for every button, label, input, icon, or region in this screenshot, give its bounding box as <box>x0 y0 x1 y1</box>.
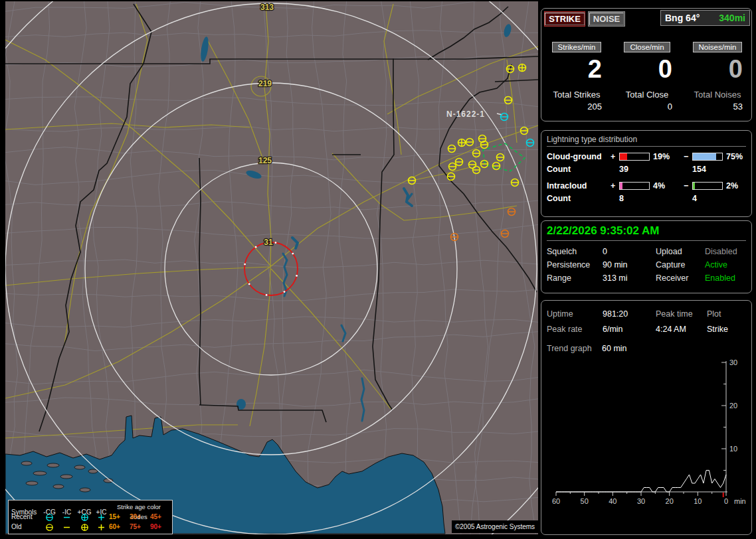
peak-rate-label: Peak rate <box>547 325 603 334</box>
status-row-range: Range 313 mi Receiver Enabled <box>547 271 746 285</box>
session-row-2: Peak rate 6/min 4:24 AM Strike <box>547 321 746 337</box>
uptime-value: 981:20 <box>603 309 656 319</box>
system-datetime: 2/22/2026 9:35:02 AM <box>547 224 746 238</box>
noise-mode-button[interactable]: NOISE <box>588 11 625 27</box>
svg-text:10: 10 <box>694 497 702 505</box>
cg-minus-count: 154 <box>692 165 723 174</box>
status-row-squelch: Squelch 0 Upload Disabled <box>547 245 746 258</box>
cloud-ground-label: Cloud-ground <box>547 152 611 161</box>
minus-sign: − <box>684 181 692 191</box>
plot-label: Plot <box>707 309 746 319</box>
strikes-per-min-badge: Strikes/min <box>552 42 602 52</box>
ic-minus-pct: 2% <box>723 181 746 191</box>
cg-minus-pct: 75% <box>723 152 746 161</box>
range-label: Range <box>547 273 603 283</box>
svg-text:50: 50 <box>581 497 589 505</box>
trend-graph: 0102030405060min102030 <box>541 358 751 532</box>
ring-label-31: 31 <box>264 238 273 247</box>
trend-panel: Uptime 981:20 Peak time Plot Peak rate 6… <box>541 300 752 535</box>
ic-minus-bar <box>692 182 723 190</box>
strike-button-label: STRIKE <box>545 13 585 25</box>
cg-plus-count: 39 <box>619 165 650 174</box>
upload-label: Upload <box>656 247 705 256</box>
persistence-label: Persistence <box>547 260 603 270</box>
ring-label-125: 125 <box>258 156 272 165</box>
svg-text:30: 30 <box>637 497 645 505</box>
circle-plus-icon <box>75 512 94 522</box>
plus-sign: + <box>611 181 619 191</box>
symbol-legend: Symbols -CG -IC +CG +IC Strike age color… <box>8 500 173 534</box>
total-strikes-value: 205 <box>541 102 612 112</box>
cg-minus-bar <box>692 153 723 161</box>
rate-badges-row: Strikes/min Close/min Noises/min <box>541 42 751 52</box>
storm-cell-label: N-1622-1 <box>446 110 485 119</box>
cg-plus-strike-icon <box>458 139 466 147</box>
total-close-label: Total Close <box>612 90 682 100</box>
svg-text:60: 60 <box>552 497 560 505</box>
svg-text:0: 0 <box>724 497 728 505</box>
intracloud-row: Intracloud + 4% − 2% <box>547 181 746 191</box>
cloud-ground-count-row: Count 39 154 <box>547 165 746 174</box>
plus-icon <box>94 512 109 522</box>
trend-window-row: Trend graph 60 min <box>547 341 746 356</box>
session-row-1: Uptime 981:20 Peak time Plot <box>547 306 746 321</box>
receiver-status: Enabled <box>705 273 746 283</box>
ic-plus-pct: 4% <box>650 181 684 191</box>
count-label: Count <box>547 165 611 174</box>
peak-rate-value: 6/min <box>603 325 656 334</box>
status-row-persistence: Persistence 90 min Capture Active <box>547 258 746 271</box>
map-canvas: N-1622-1 31321912531 <box>5 1 538 534</box>
counter-panel: STRIKE NOISE Bng 64° 340mi Strikes/min C… <box>541 8 752 121</box>
rate-values-row: 2 0 0 <box>541 55 751 83</box>
minus-icon <box>58 522 75 532</box>
svg-text:10: 10 <box>729 445 737 453</box>
count-label: Count <box>547 194 611 203</box>
svg-text:40: 40 <box>609 497 616 505</box>
strike-mode-button[interactable]: STRIKE <box>544 11 585 27</box>
total-labels-row: Total Strikes Total Close Total Noises <box>541 90 751 100</box>
age-code-45: 45+ <box>150 512 169 522</box>
persistence-value: 90 min <box>603 260 656 270</box>
legend-recent-row: Recent 15+ 30+ 45+ <box>11 512 169 522</box>
distribution-title: Lightning type distribution <box>547 135 746 147</box>
capture-status: Active <box>705 260 746 270</box>
circle-minus-icon <box>41 522 58 532</box>
distribution-panel: Lightning type distribution Cloud-ground… <box>541 130 752 217</box>
noises-per-min-value: 0 <box>682 55 753 83</box>
age-code-75: 75+ <box>130 522 150 532</box>
squelch-label: Squelch <box>547 247 603 256</box>
svg-text:20: 20 <box>729 402 737 410</box>
ring-label-219: 219 <box>258 79 272 88</box>
circle-plus-icon <box>75 522 94 532</box>
ring-label-313: 313 <box>260 3 274 12</box>
legend-header-row: Symbols -CG -IC +CG +IC Strike age color… <box>11 502 169 512</box>
divider <box>547 240 746 241</box>
close-per-min-value: 0 <box>612 55 682 83</box>
squelch-value: 0 <box>603 247 656 256</box>
trend-window-value: 60 min <box>602 344 746 353</box>
cg-plus-bar <box>619 153 650 161</box>
status-panel: 2/22/2026 9:35:02 AM Squelch 0 Upload Di… <box>541 220 752 293</box>
ic-plus-count: 8 <box>619 194 650 203</box>
noise-button-label: NOISE <box>589 13 624 25</box>
minus-icon <box>58 512 75 522</box>
cg-plus-pct: 19% <box>650 152 684 161</box>
total-values-row: 205 0 53 <box>541 102 751 112</box>
circle-minus-icon <box>41 512 58 522</box>
cloud-ground-row: Cloud-ground + 19% − 75% <box>547 152 746 161</box>
minus-sign: − <box>684 152 692 161</box>
ic-minus-count: 4 <box>692 194 723 203</box>
close-per-min-badge: Close/min <box>624 42 670 52</box>
total-noises-label: Total Noises <box>682 90 753 100</box>
total-noises-value: 53 <box>682 102 753 112</box>
copyright-notice: ©2005 Astrogenic Systems <box>452 520 538 533</box>
age-code-15: 15+ <box>109 512 130 522</box>
bearing-value: Bng 64° <box>665 13 700 23</box>
total-strikes-label: Total Strikes <box>541 90 612 100</box>
age-code-30: 30+ <box>130 512 150 522</box>
plus-sign: + <box>611 152 619 161</box>
cg-plus-strike-icon <box>518 64 526 72</box>
noises-per-min-badge: Noises/min <box>693 42 743 52</box>
lightning-map[interactable]: N-1622-1 31321912531 Symbols -CG -IC +CG… <box>5 1 538 534</box>
ic-plus-bar <box>619 182 650 190</box>
